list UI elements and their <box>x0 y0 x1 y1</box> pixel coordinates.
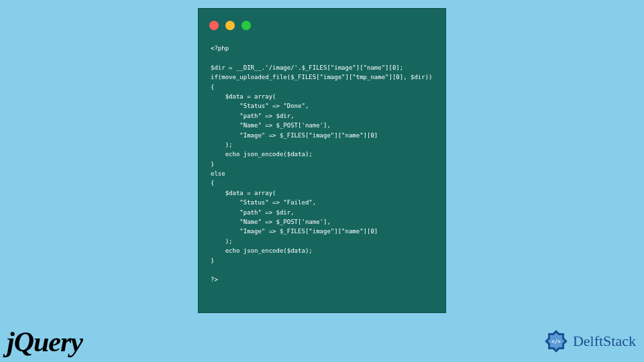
code-line: "Name" => $_POST['name'], <box>211 219 331 225</box>
code-line: "Image" => $_FILES["image"]["name"][0] <box>211 228 378 235</box>
code-line: else <box>211 170 225 177</box>
code-line: "Status" => "Failed", <box>211 199 316 206</box>
code-line: { <box>211 84 214 90</box>
code-line: ?> <box>211 276 218 283</box>
code-line: if(move_uploaded_file($_FILES["image"]["… <box>211 74 433 80</box>
code-line: } <box>211 161 214 168</box>
delftstack-logo: </> DelftStack <box>542 327 636 355</box>
code-block: <?php $dir = __DIR__.'/image/'.$_FILES["… <box>199 38 445 290</box>
code-line: $data = array( <box>211 93 276 100</box>
code-line: "path" => $dir, <box>211 113 294 119</box>
svg-text:</>: </> <box>551 339 561 345</box>
code-line: $dir = __DIR__.'/image/'.$_FILES["image"… <box>211 64 403 71</box>
maximize-icon <box>241 21 251 30</box>
window-controls <box>199 9 445 38</box>
minimize-icon <box>225 21 235 30</box>
code-line: echo json_encode($data); <box>211 247 313 254</box>
code-line: $data = array( <box>211 190 276 196</box>
code-line: "Status" => "Done", <box>211 103 309 109</box>
code-line: { <box>211 180 214 186</box>
jquery-logo: jQuery <box>7 326 83 358</box>
code-line: } <box>211 257 214 264</box>
code-line: "Name" => $_POST['name'], <box>211 122 331 129</box>
code-line: echo json_encode($data); <box>211 151 313 158</box>
code-line: ); <box>211 238 233 245</box>
code-line: "Image" => $_FILES["image"]["name"][0] <box>211 132 378 139</box>
code-window: <?php $dir = __DIR__.'/image/'.$_FILES["… <box>198 8 446 313</box>
close-icon <box>209 21 219 30</box>
code-line: ); <box>211 141 233 148</box>
code-line: <?php <box>211 45 229 52</box>
delftstack-text: DelftStack <box>573 333 636 350</box>
code-line: "path" => $dir, <box>211 209 294 216</box>
delftstack-icon: </> <box>542 327 570 355</box>
